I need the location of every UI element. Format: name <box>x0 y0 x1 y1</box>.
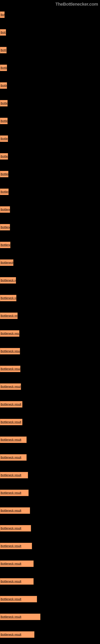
bar-label-link[interactable]: Bottleneck result <box>0 562 21 565</box>
bar-row: Bottleneck result <box>0 98 100 106</box>
bar-label-link[interactable]: Bottleneck result <box>0 491 21 494</box>
bar[interactable]: Bottleneck result <box>0 312 18 319</box>
watermark-text: TheBottlenecker.com <box>55 2 98 7</box>
bar-row: Bottleneck result <box>0 346 100 354</box>
bar-label-link[interactable]: Bottleneck result <box>0 226 10 229</box>
bar[interactable]: Bottleneck result <box>0 401 22 408</box>
bar[interactable]: Bottleneck result <box>0 206 10 213</box>
bar-label-link[interactable]: Bottleneck result <box>0 314 17 317</box>
bar-row: Bottleneck result <box>0 27 100 36</box>
bar-row: Bottleneck result <box>0 505 100 514</box>
bar[interactable]: Bottleneck result <box>0 242 10 248</box>
bar-label-link[interactable]: Bottleneck result <box>0 13 4 16</box>
bar[interactable]: Bottleneck result <box>0 12 4 18</box>
bar-label-link[interactable]: Bottleneck result <box>0 474 21 477</box>
bar-row: Bottleneck result <box>0 257 100 266</box>
bar-row: Bottleneck result <box>0 399 100 408</box>
bar[interactable]: Bottleneck result <box>0 436 27 443</box>
bar-label-link[interactable]: Bottleneck result <box>0 544 21 548</box>
bar-label-link[interactable]: Bottleneck result <box>0 119 7 122</box>
bar-row: Bottleneck result <box>0 487 100 496</box>
bar-label-link[interactable]: Bottleneck result <box>0 84 7 87</box>
bar-label-link[interactable]: Bottleneck result <box>0 31 6 34</box>
bar[interactable]: Bottleneck result <box>0 631 34 638</box>
bar-label-link[interactable]: Bottleneck result <box>0 438 21 441</box>
bar-label-link[interactable]: Bottleneck result <box>0 66 7 70</box>
bar-label-link[interactable]: Bottleneck result <box>0 385 21 388</box>
bar[interactable]: Bottleneck result <box>0 578 34 585</box>
bar-row: Bottleneck result <box>0 115 100 124</box>
bar-row: Bottleneck result <box>0 576 100 585</box>
bar-row: Bottleneck result <box>0 328 100 337</box>
bar-row: Bottleneck result <box>0 133 100 142</box>
bar[interactable]: Bottleneck result <box>0 171 8 177</box>
bar-row: Bottleneck result <box>0 540 100 549</box>
bar-row: Bottleneck result <box>0 44 100 53</box>
bar[interactable]: Bottleneck result <box>0 596 37 602</box>
bar[interactable]: Bottleneck result <box>0 188 9 195</box>
bar[interactable]: Bottleneck result <box>0 277 16 284</box>
bar[interactable]: Bottleneck result <box>0 64 7 71</box>
bar[interactable]: Bottleneck result <box>0 525 31 532</box>
bar-row: Bottleneck result <box>0 523 100 532</box>
bar[interactable]: Bottleneck result <box>0 295 16 301</box>
bar[interactable]: Bottleneck result <box>0 560 34 567</box>
bar-row: Bottleneck result <box>0 416 100 425</box>
bar-label-link[interactable]: Bottleneck result <box>0 350 20 353</box>
bar-label-link[interactable]: Bottleneck result <box>0 403 21 406</box>
bar-label-link[interactable]: Bottleneck result <box>0 172 8 176</box>
bar-label-link[interactable]: Bottleneck result <box>0 633 21 636</box>
bar[interactable]: Bottleneck result <box>0 490 29 496</box>
bar[interactable]: Bottleneck result <box>0 330 19 337</box>
bar-label-link[interactable]: Bottleneck result <box>0 261 13 264</box>
bar-label-link[interactable]: Bottleneck result <box>0 367 20 370</box>
bar-label-link[interactable]: Bottleneck result <box>0 48 6 52</box>
bar-label-link[interactable]: Bottleneck result <box>0 190 8 194</box>
bar[interactable]: Bottleneck result <box>0 419 22 425</box>
bar[interactable]: Bottleneck result <box>0 260 13 266</box>
bar-label-link[interactable]: Bottleneck result <box>0 456 21 459</box>
bar-row: Bottleneck result <box>0 275 100 284</box>
bar-chart: Bottleneck resultBottleneck resultBottle… <box>0 0 100 644</box>
bar[interactable]: Bottleneck result <box>0 29 6 36</box>
bar-label-link[interactable]: Bottleneck result <box>0 598 21 601</box>
bar-row: Bottleneck result <box>0 239 100 248</box>
bar[interactable]: Bottleneck result <box>0 366 20 372</box>
bar[interactable]: Bottleneck result <box>0 614 40 620</box>
bar-label-link[interactable]: Bottleneck result <box>0 102 7 105</box>
bar[interactable]: Bottleneck result <box>0 472 28 478</box>
bar-row: Bottleneck result <box>0 452 100 461</box>
bar-label-link[interactable]: Bottleneck result <box>0 527 21 530</box>
bar-row: Bottleneck result <box>0 434 100 443</box>
bar-label-link[interactable]: Bottleneck result <box>0 296 16 300</box>
bar-row: Bottleneck result <box>0 168 100 177</box>
bar-label-link[interactable]: Bottleneck result <box>0 155 8 158</box>
bar-row: Bottleneck result <box>0 62 100 71</box>
bar-row: Bottleneck result <box>0 629 100 638</box>
bar-label-link[interactable]: Bottleneck result <box>0 208 10 211</box>
bar[interactable]: Bottleneck result <box>0 224 10 230</box>
bar-label-link[interactable]: Bottleneck result <box>0 420 21 424</box>
bar-label-link[interactable]: Bottleneck result <box>0 509 21 512</box>
bar[interactable]: Bottleneck result <box>0 82 7 89</box>
bar-label-link[interactable]: Bottleneck result <box>0 137 8 140</box>
bar[interactable]: Bottleneck result <box>0 348 20 354</box>
bar[interactable]: Bottleneck result <box>0 543 32 549</box>
bar-row: Bottleneck result <box>0 611 100 620</box>
bar-label-link[interactable]: Bottleneck result <box>0 243 10 246</box>
bar[interactable]: Bottleneck result <box>0 118 8 124</box>
bar-label-link[interactable]: Bottleneck result <box>0 332 19 335</box>
bar[interactable]: Bottleneck result <box>0 47 7 53</box>
bar-row: Bottleneck result <box>0 558 100 567</box>
bar-label-link[interactable]: Bottleneck result <box>0 580 21 583</box>
bar-label-link[interactable]: Bottleneck result <box>0 279 16 282</box>
bar-row: Bottleneck result <box>0 9 100 18</box>
bar[interactable]: Bottleneck result <box>0 136 8 142</box>
bar[interactable]: Bottleneck result <box>0 384 21 390</box>
bar[interactable]: Bottleneck result <box>0 100 8 106</box>
bar-row: Bottleneck result <box>0 594 100 602</box>
bar[interactable]: Bottleneck result <box>0 153 8 160</box>
bar-label-link[interactable]: Bottleneck result <box>0 615 21 618</box>
bar[interactable]: Bottleneck result <box>0 454 27 461</box>
bar[interactable]: Bottleneck result <box>0 507 30 514</box>
